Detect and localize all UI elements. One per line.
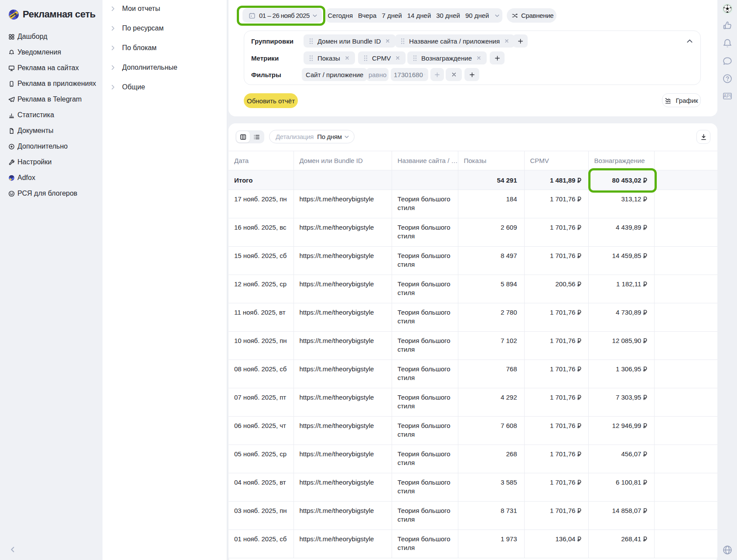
svg-text:API: API [723, 94, 731, 98]
